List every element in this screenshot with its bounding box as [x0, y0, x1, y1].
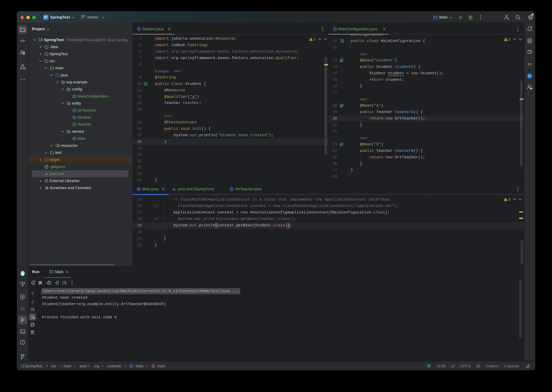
svg-text:m: m [528, 61, 531, 67]
svg-text:m: m [152, 365, 154, 367]
svg-text:I: I [74, 123, 75, 126]
svg-text:?: ? [23, 52, 24, 55]
svg-text:C: C [73, 137, 75, 140]
svg-text:C: C [73, 116, 75, 119]
svg-text:C: C [130, 365, 132, 367]
svg-text:C: C [138, 188, 139, 190]
svg-text:m: m [45, 172, 48, 176]
svg-text:C: C [73, 109, 75, 112]
svg-text:C: C [73, 95, 75, 98]
svg-text:C: C [138, 28, 140, 30]
svg-text:C: C [231, 188, 232, 190]
svg-text:C: C [334, 28, 336, 30]
svg-text:m: m [172, 187, 175, 191]
